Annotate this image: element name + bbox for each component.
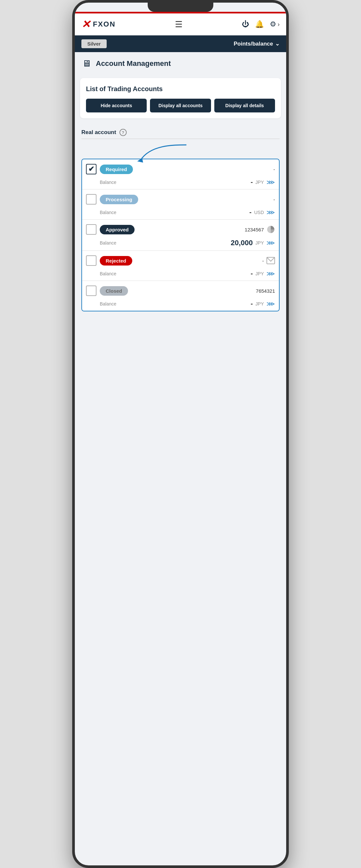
display-all-details-button[interactable]: Display all details <box>214 99 275 113</box>
balance-label: Balance <box>86 271 116 276</box>
account-row-right: - <box>273 166 275 172</box>
toggle-buttons-group: Hide accounts Display all accounts Displ… <box>86 99 275 113</box>
currency-label: JPY <box>255 180 264 185</box>
currency-label: JPY <box>255 271 264 276</box>
monitor-icon: 🖥 <box>82 58 91 69</box>
balance-right: - JPY ⋙ <box>251 300 275 307</box>
expand-icon[interactable]: ⋙ <box>267 300 275 307</box>
expand-icon[interactable]: ⋙ <box>267 239 275 247</box>
points-label-text: Points/balance <box>234 41 273 47</box>
expand-icon[interactable]: ⋙ <box>267 209 275 216</box>
account-checkbox[interactable] <box>86 255 96 266</box>
account-id: - <box>262 258 264 264</box>
balance-row: Balance - JPY ⋙ <box>86 299 275 307</box>
phone-notch <box>148 3 213 12</box>
silver-badge: Silver <box>81 39 107 48</box>
balance-label: Balance <box>86 301 116 307</box>
points-balance-button[interactable]: Points/balance ⌄ <box>234 40 280 47</box>
balance-right: - USD ⋙ <box>249 209 275 216</box>
account-checkbox[interactable] <box>86 285 96 296</box>
balance-right: 20,000 JPY ⋙ <box>231 239 275 247</box>
page-title: Account Management <box>96 59 171 68</box>
account-row-right: - <box>262 257 275 264</box>
account-row-top: Closed 7654321 <box>86 285 275 296</box>
account-row-right: 1234567 <box>245 225 275 234</box>
phone-frame: ✕ FXON ☰ ⏻ 🔔 ⚙ › Silver Points/balance ⌄… <box>72 0 289 868</box>
account-checkbox[interactable]: ✔ <box>86 164 96 175</box>
hamburger-icon[interactable]: ☰ <box>175 19 183 30</box>
account-row: Rejected - Balance <box>82 251 279 281</box>
balance-row: Balance - USD ⋙ <box>86 207 275 216</box>
account-checkbox[interactable] <box>86 224 96 235</box>
pie-chart-icon[interactable] <box>267 225 275 234</box>
gear-chevron-icon: › <box>278 21 280 28</box>
account-left: ✔ Required <box>86 164 133 175</box>
status-badge-rejected: Rejected <box>100 256 132 266</box>
account-row-top: Approved 1234567 <box>86 224 275 235</box>
currency-label: USD <box>254 210 264 215</box>
account-left: Rejected <box>86 255 132 266</box>
trading-accounts-card: List of Trading Accounts Hide accounts D… <box>80 78 281 118</box>
status-badge-required: Required <box>100 164 133 174</box>
account-id: 7654321 <box>256 288 275 294</box>
display-all-accounts-button[interactable]: Display all accounts <box>150 99 211 113</box>
account-row-right: - <box>273 197 275 202</box>
real-account-section: Real account ? ✔ <box>80 124 281 311</box>
balance-row: Balance - JPY ⋙ <box>86 269 275 277</box>
header-icons: ⏻ 🔔 ⚙ › <box>242 20 280 29</box>
gear-menu[interactable]: ⚙ › <box>270 20 280 29</box>
bell-icon[interactable]: 🔔 <box>255 20 264 29</box>
balance-label: Balance <box>86 240 116 246</box>
status-badge-processing: Processing <box>100 195 138 204</box>
account-id: - <box>273 197 275 202</box>
logo-x-icon: ✕ <box>81 18 90 30</box>
logo-text: FXON <box>93 20 115 29</box>
balance-right: - JPY ⋙ <box>251 178 275 186</box>
account-row-top: ✔ Required - <box>86 164 275 175</box>
gear-icon: ⚙ <box>270 20 276 29</box>
balance-label: Balance <box>86 210 116 215</box>
account-row: Closed 7654321 Balance - JPY ⋙ <box>82 281 279 311</box>
arrow-svg <box>108 142 193 165</box>
real-account-title: Real account <box>81 129 116 136</box>
account-left: Closed <box>86 285 128 296</box>
logo-area: ✕ FXON <box>81 18 115 30</box>
account-row-top: Processing - <box>86 194 275 205</box>
section-divider <box>81 138 280 139</box>
currency-label: JPY <box>255 240 264 246</box>
account-checkbox[interactable] <box>86 194 96 205</box>
balance-dash: - <box>251 300 253 307</box>
help-icon[interactable]: ? <box>119 129 127 136</box>
account-row-right: 7654321 <box>256 288 275 294</box>
main-content: List of Trading Accounts Hide accounts D… <box>75 75 286 321</box>
balance-label: Balance <box>86 180 116 185</box>
balance-dash: - <box>251 270 253 277</box>
status-badge-closed: Closed <box>100 286 128 296</box>
balance-row: Balance - JPY ⋙ <box>86 177 275 186</box>
power-icon[interactable]: ⏻ <box>242 20 249 29</box>
account-left: Approved <box>86 224 135 235</box>
status-badge-approved: Approved <box>100 225 135 235</box>
hide-accounts-button[interactable]: Hide accounts <box>86 99 147 113</box>
balance-amount: 20,000 <box>231 239 253 247</box>
expand-icon[interactable]: ⋙ <box>267 270 275 277</box>
balance-right: - JPY ⋙ <box>251 270 275 277</box>
account-id: 1234567 <box>245 227 264 232</box>
app-header: ✕ FXON ☰ ⏻ 🔔 ⚙ › <box>75 13 286 35</box>
account-row: Processing - Balance - USD ⋙ <box>82 189 279 220</box>
checkmark-icon: ✔ <box>88 165 94 174</box>
expand-icon[interactable]: ⋙ <box>267 179 275 186</box>
mail-icon[interactable] <box>267 257 275 264</box>
card-title: List of Trading Accounts <box>86 85 275 93</box>
svg-marker-0 <box>137 158 143 163</box>
balance-dash: - <box>251 178 253 186</box>
balance-row: Balance 20,000 JPY ⋙ <box>86 237 275 247</box>
real-account-header: Real account ? <box>81 124 280 138</box>
currency-label: JPY <box>255 301 264 307</box>
accounts-outlined-container: ✔ Required - Balance - JPY ⋙ <box>81 159 280 311</box>
points-bar: Silver Points/balance ⌄ <box>75 35 286 52</box>
page-title-bar: 🖥 Account Management <box>75 52 286 75</box>
arrow-annotation <box>81 142 280 162</box>
account-row: Approved 1234567 <box>82 220 279 251</box>
account-id: - <box>273 166 275 172</box>
